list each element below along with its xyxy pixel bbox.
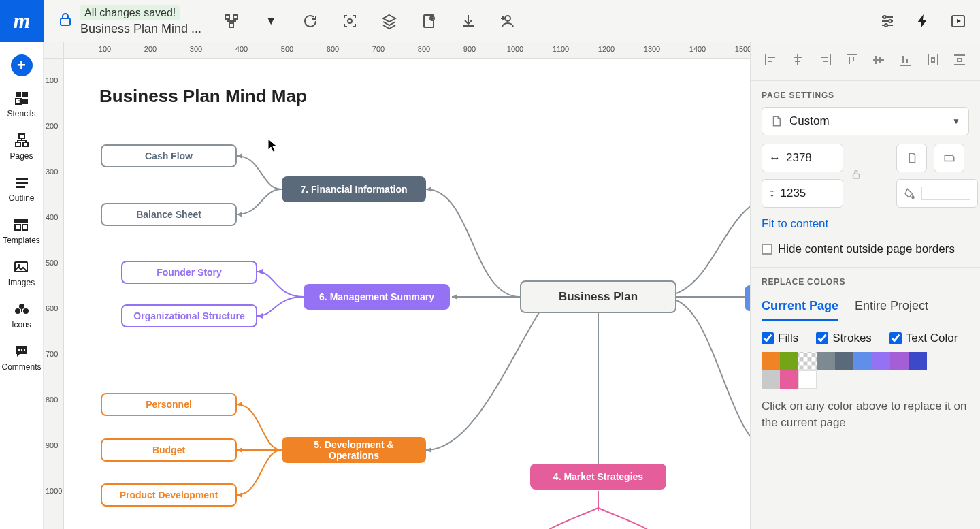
color-swatch[interactable]	[780, 352, 798, 370]
color-swatches	[751, 352, 955, 389]
add-button[interactable]: +	[11, 54, 33, 76]
replace-colors-hint: Click on any color above to replace it o…	[751, 389, 980, 440]
ruler-horizontal: 1002003004005006007008009001000110012001…	[64, 42, 750, 59]
node-label: Budget	[152, 445, 185, 455]
color-swatch[interactable]	[762, 352, 780, 370]
align-bottom-icon[interactable]	[898, 52, 914, 71]
bolt-icon[interactable]	[913, 12, 932, 31]
node-label: 4. Market Strategies	[553, 471, 643, 482]
color-swatch[interactable]	[890, 352, 909, 370]
node-personnel[interactable]: Personnel	[101, 393, 237, 416]
textcolor-checkbox[interactable]	[889, 332, 902, 344]
page-size-select[interactable]: Custom ▼	[762, 107, 969, 135]
color-swatch[interactable]	[780, 370, 798, 389]
node-cash-flow[interactable]: Cash Flow	[101, 144, 237, 167]
add-user-icon[interactable]	[498, 12, 517, 31]
node-main[interactable]: Business Plan	[520, 280, 676, 313]
fit-to-content-link[interactable]: Fit to content	[762, 217, 828, 231]
svg-point-28	[19, 304, 24, 309]
color-swatch[interactable]	[853, 352, 872, 370]
node-market[interactable]: 4. Market Strategies	[530, 464, 666, 490]
width-icon: ↔	[769, 151, 781, 165]
node-devops[interactable]: 5. Development & Operations	[282, 437, 426, 463]
top-tools: ▼	[222, 12, 517, 31]
sidebar-item-comments[interactable]: Comments	[1, 343, 41, 372]
color-swatch[interactable]	[835, 352, 853, 370]
sidebar-item-stencils[interactable]: T Stencils	[7, 90, 35, 118]
refresh-icon[interactable]	[301, 12, 320, 31]
align-right-icon[interactable]	[817, 52, 833, 71]
play-icon[interactable]	[949, 12, 968, 31]
svg-rect-16	[22, 99, 28, 104]
sidebar-item-icons[interactable]: Icons	[12, 301, 31, 330]
lock-aspect-icon[interactable]	[850, 168, 862, 183]
svg-rect-24	[15, 225, 20, 230]
height-icon: ↕	[769, 187, 775, 200]
svg-rect-13	[22, 92, 28, 97]
left-sidebar: + T Stencils Pages Outline Templates Ima…	[0, 42, 44, 529]
landscape-button[interactable]	[934, 144, 964, 172]
node-founder-story[interactable]: Founder Story	[121, 261, 257, 284]
align-center-h-icon[interactable]	[789, 52, 806, 71]
color-swatch[interactable]	[762, 370, 780, 389]
logo[interactable]: m	[0, 0, 44, 42]
sidebar-item-templates[interactable]: Templates	[3, 217, 40, 245]
background-color-button[interactable]	[896, 179, 978, 208]
topbar: m All changes saved! Business Plan Mind …	[0, 0, 980, 42]
svg-rect-21	[16, 182, 28, 184]
right-panel: PAGE SETTINGS Custom ▼ ↔ 2378 ↕ 1235	[750, 42, 980, 529]
node-offscreen[interactable]	[745, 285, 750, 311]
align-top-icon[interactable]	[844, 52, 860, 71]
plus-icon: +	[11, 54, 33, 76]
canvas-area[interactable]: 1002003004005006007008009001000110012001…	[44, 42, 750, 529]
node-label: 7. Financial Information	[300, 184, 407, 195]
page-title: Business Plan Mind Map	[99, 86, 307, 107]
tree-icon[interactable]	[222, 12, 241, 31]
sidebar-item-pages[interactable]: Pages	[10, 132, 33, 161]
node-balance-sheet[interactable]: Balance Sheet	[101, 203, 237, 226]
dropdown-caret-icon[interactable]: ▼	[261, 12, 280, 31]
fills-checkbox[interactable]	[762, 332, 774, 344]
svg-rect-23	[15, 219, 27, 223]
node-budget[interactable]: Budget	[101, 438, 237, 462]
align-left-icon[interactable]	[763, 52, 779, 71]
download-icon[interactable]	[459, 12, 478, 31]
svg-point-4	[348, 19, 352, 23]
distribute-v-icon[interactable]	[951, 52, 968, 71]
svg-text:T: T	[18, 99, 22, 104]
node-financial[interactable]: 7. Financial Information	[282, 176, 426, 202]
align-toolbar	[751, 42, 980, 81]
chevron-down-icon: ▼	[952, 116, 960, 126]
page-settings-title: PAGE SETTINGS	[751, 81, 980, 107]
tab-current-page[interactable]: Current Page	[762, 293, 838, 321]
strokes-checkbox[interactable]	[816, 332, 828, 344]
sidebar-item-outline[interactable]: Outline	[8, 174, 34, 203]
node-product-dev[interactable]: Product Development	[101, 483, 237, 507]
color-swatch[interactable]	[798, 352, 817, 370]
page-settings-icon[interactable]	[419, 12, 438, 31]
align-center-v-icon[interactable]	[870, 52, 887, 71]
top-right-tools	[878, 12, 968, 31]
distribute-h-icon[interactable]	[925, 52, 941, 71]
color-swatch[interactable]	[798, 370, 817, 389]
node-management[interactable]: 6. Management Summary	[304, 284, 450, 310]
hide-content-checkbox[interactable]	[762, 244, 772, 255]
color-swatch[interactable]	[909, 352, 927, 370]
svg-rect-2	[233, 15, 238, 19]
fill-icon	[904, 187, 916, 199]
portrait-button[interactable]	[896, 144, 927, 172]
lock-icon[interactable]	[57, 12, 74, 31]
focus-icon[interactable]	[340, 12, 359, 31]
sidebar-item-images[interactable]: Images	[8, 259, 35, 287]
tab-entire-project[interactable]: Entire Project	[855, 293, 928, 321]
canvas[interactable]: Business Plan Mind Map	[64, 59, 750, 529]
color-swatch[interactable]	[817, 352, 835, 370]
node-org-structure[interactable]: Organizational Structure	[121, 304, 257, 327]
layers-icon[interactable]	[380, 12, 399, 31]
select-value: Custom	[789, 114, 830, 128]
sliders-icon[interactable]	[878, 12, 897, 31]
doc-title[interactable]: Business Plan Mind ...	[80, 22, 201, 36]
width-input[interactable]: ↔ 2378	[762, 144, 843, 172]
height-input[interactable]: ↕ 1235	[762, 179, 843, 208]
color-swatch[interactable]	[872, 352, 890, 370]
